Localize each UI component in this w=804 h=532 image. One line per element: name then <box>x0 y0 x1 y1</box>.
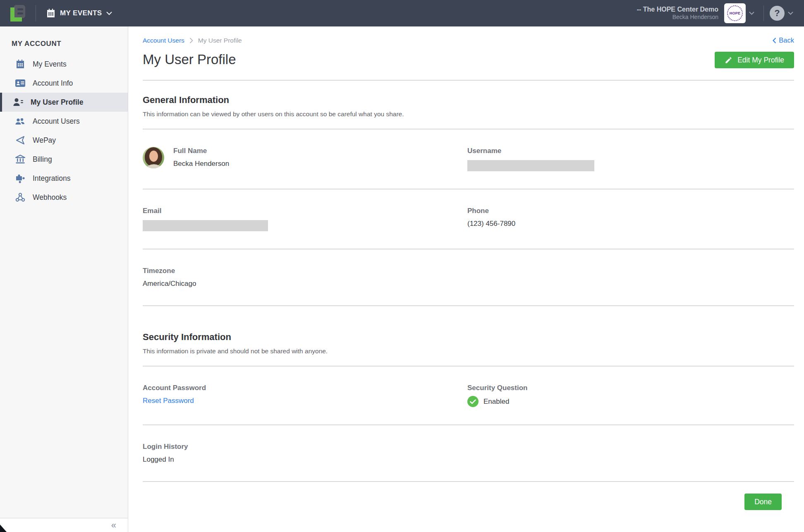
done-button[interactable]: Done <box>744 494 782 510</box>
help-menu-chevron[interactable] <box>788 12 793 15</box>
wepay-icon <box>14 136 26 145</box>
sidebar-label: Account Info <box>33 79 73 88</box>
general-information-section: General Information This information can… <box>143 95 794 306</box>
edit-profile-button[interactable]: Edit My Profile <box>715 52 794 68</box>
done-label: Done <box>754 498 772 506</box>
breadcrumb-current: My User Profile <box>198 37 242 44</box>
chevron-left-icon <box>773 38 776 43</box>
login-history-row: Login History Logged In <box>143 425 794 481</box>
sidebar-label: Webhooks <box>33 193 67 202</box>
topbar: MY EVENTS -- The HOPE Center Demo Becka … <box>0 0 804 26</box>
app-logo[interactable] <box>0 0 36 26</box>
sidebar-item-webhooks[interactable]: Webhooks <box>0 188 128 207</box>
sidebar-heading: MY ACCOUNT <box>0 26 128 55</box>
breadcrumb-account-users[interactable]: Account Users <box>143 37 184 44</box>
general-information-subtitle: This information can be viewed by other … <box>143 110 794 118</box>
username-field: Username <box>467 147 794 171</box>
timezone-field: Timezone America/Chicago <box>143 267 467 288</box>
sidebar: MY ACCOUNT My Events <box>0 26 128 532</box>
sidebar-label: WePay <box>33 136 56 145</box>
security-information-title: Security Information <box>143 332 794 343</box>
email-phone-row: Email Phone (123) 456-7890 <box>143 189 794 249</box>
reset-password-link[interactable]: Reset Password <box>143 397 467 405</box>
username-label: Username <box>467 147 794 155</box>
sidebar-nav: My Events Account Info <box>0 55 128 207</box>
account-name: -- The HOPE Center Demo <box>637 5 718 14</box>
id-card-icon <box>14 79 26 88</box>
user-avatar <box>143 147 164 168</box>
chevron-down-icon <box>106 12 112 15</box>
account-password-field: Account Password Reset Password <box>143 384 467 407</box>
security-question-field: Security Question Enabled <box>467 384 794 407</box>
divider <box>143 305 794 306</box>
users-icon <box>14 117 26 126</box>
login-history-field: Login History Logged In <box>143 443 467 464</box>
security-question-label: Security Question <box>467 384 794 392</box>
email-label: Email <box>143 207 467 215</box>
topbar-right: -- The HOPE Center Demo Becka Henderson … <box>637 3 804 23</box>
org-avatar[interactable]: HOPE <box>724 3 746 23</box>
phone-field: Phone (123) 456-7890 <box>467 207 794 231</box>
puzzle-icon <box>14 173 26 183</box>
sidebar-item-account-users[interactable]: Account Users <box>0 112 128 131</box>
calendar-icon <box>46 8 56 18</box>
mouse-cursor <box>0 525 7 532</box>
timezone-value: America/Chicago <box>143 280 467 288</box>
email-redacted-value <box>143 220 268 231</box>
sidebar-footer: « <box>0 518 128 532</box>
timezone-label: Timezone <box>143 267 467 275</box>
sidebar-label: Account Users <box>33 117 80 126</box>
org-logo-text: HOPE <box>730 11 741 15</box>
pencil-icon <box>725 56 732 64</box>
general-information-title: General Information <box>143 95 794 105</box>
page-title: My User Profile <box>143 52 236 67</box>
webhooks-icon <box>14 192 26 202</box>
divider <box>143 80 794 81</box>
sidebar-item-wepay[interactable]: WePay <box>0 131 128 150</box>
sidebar-item-integrations[interactable]: Integrations <box>0 169 128 188</box>
help-icon: ? <box>774 8 780 19</box>
account-password-label: Account Password <box>143 384 467 392</box>
collapse-sidebar-button[interactable]: « <box>111 521 116 530</box>
full-name-field: Full Name Becka Henderson <box>143 147 467 171</box>
app-logo-icon <box>10 5 26 22</box>
account-menu-chevron[interactable] <box>749 12 754 15</box>
account-meta: -- The HOPE Center Demo Becka Henderson <box>637 5 718 21</box>
divider <box>143 481 794 482</box>
password-question-row: Account Password Reset Password Security… <box>143 367 794 424</box>
username-redacted-value <box>467 160 594 171</box>
account-user-name: Becka Henderson <box>637 14 718 21</box>
sidebar-item-account-info[interactable]: Account Info <box>0 74 128 93</box>
phone-label: Phone <box>467 207 794 215</box>
breadcrumb: Account Users My User Profile <box>143 37 242 44</box>
phone-value: (123) 456-7890 <box>467 220 794 228</box>
back-link[interactable]: Back <box>773 36 794 44</box>
sidebar-label: Billing <box>33 155 52 164</box>
chevron-right-icon <box>189 38 193 43</box>
sidebar-label: Integrations <box>33 174 70 183</box>
topbar-divider <box>763 5 764 21</box>
security-information-subtitle: This information is private and should n… <box>143 347 794 355</box>
calendar-icon <box>14 59 26 69</box>
email-field: Email <box>143 207 467 231</box>
sidebar-item-billing[interactable]: Billing <box>0 150 128 169</box>
login-history-value: Logged In <box>143 455 467 464</box>
sidebar-label: My Events <box>33 60 67 69</box>
my-events-nav[interactable]: MY EVENTS <box>46 8 112 18</box>
help-button[interactable]: ? <box>770 6 785 21</box>
main-content: Account Users My User Profile Back My Us… <box>128 26 804 532</box>
sidebar-item-my-events[interactable]: My Events <box>0 55 128 74</box>
my-events-label: MY EVENTS <box>60 9 102 17</box>
full-name-label: Full Name <box>173 147 229 155</box>
timezone-row: Timezone America/Chicago <box>143 249 794 305</box>
name-username-row: Full Name Becka Henderson Username <box>143 129 794 189</box>
login-history-label: Login History <box>143 443 467 451</box>
sidebar-label: My User Profile <box>31 98 83 107</box>
back-label: Back <box>779 36 794 44</box>
edit-profile-label: Edit My Profile <box>737 56 784 65</box>
sidebar-item-my-user-profile[interactable]: My User Profile <box>0 93 128 112</box>
check-circle-icon <box>467 396 479 407</box>
security-question-status: Enabled <box>483 398 509 406</box>
full-name-value: Becka Henderson <box>173 160 229 168</box>
user-profile-icon <box>12 98 24 107</box>
